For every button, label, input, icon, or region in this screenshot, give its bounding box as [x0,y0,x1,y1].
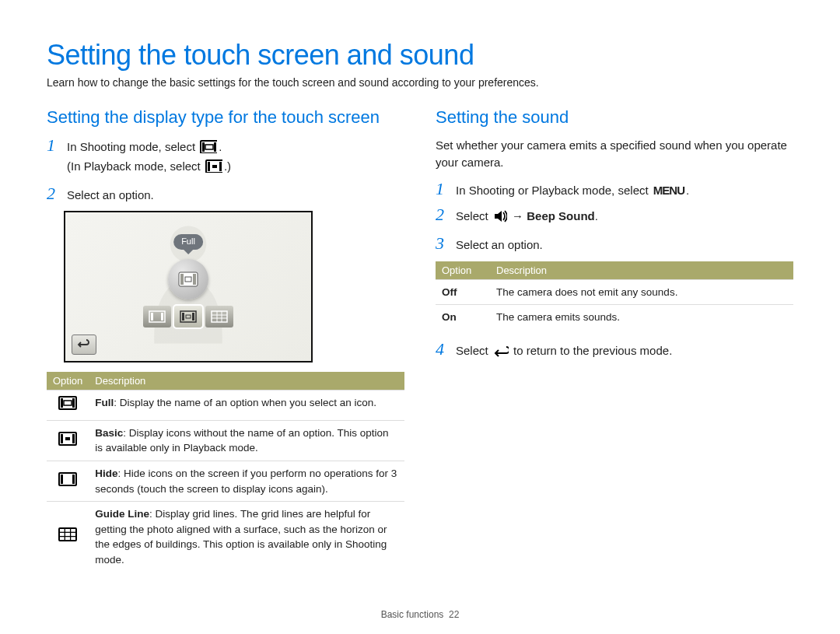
opt-desc-full: : Display the name of an option when you… [114,397,376,408]
right-step-2: 2 Select → Beep Sound. [436,206,793,227]
page-footer: Basic functions 22 [0,609,840,620]
step-number: 4 [436,341,450,358]
r-step2-arrow: → [512,209,527,222]
display-option-grid[interactable] [205,306,233,328]
display-option-bar [143,306,233,328]
bubble-label: Full [173,234,203,250]
svg-rect-18 [180,274,184,285]
opt-desc-basic: : Display icons without the name of an o… [95,427,388,454]
menu-icon: MENU [653,182,684,199]
r-step4-a: Select [456,344,492,357]
step1-text-c: .) [224,159,231,173]
svg-rect-23 [161,313,163,321]
page-title: Setting the touch screen and sound [47,39,793,72]
opt-name-hide: Hide [95,468,117,479]
footer-page: 22 [449,609,459,620]
svg-rect-25 [182,313,184,321]
speaker-icon [493,208,507,227]
table-row: On The camera emits sounds. [436,305,793,330]
r-step2-d: . [595,209,598,222]
r-step1-text: In Shooting or Playback mode, select [456,184,652,197]
th-option: Option [47,372,89,391]
r-step4-b: to return to the previous mode. [513,344,672,357]
right-step-1: 1 In Shooting or Playback mode, select M… [436,180,793,199]
svg-rect-28 [212,311,227,322]
camera-screen: Full [64,211,313,363]
display-basic-icon [58,431,77,451]
step1-text-a: In Shooting mode, select [67,140,198,153]
display-full-icon [58,395,77,415]
opt-name-guide: Guide Line [95,508,149,520]
r-step2-a: Select [456,209,492,222]
svg-rect-26 [192,313,194,321]
th-description: Description [89,372,404,391]
display-option-hide[interactable] [143,306,171,328]
right-step-3: 3 Select an option. [436,235,793,254]
display-full-icon [200,139,217,158]
right-column: Setting the sound Set whether your camer… [436,107,793,572]
display-option-full[interactable] [174,306,202,328]
th-description: Description [490,261,793,280]
svg-rect-19 [193,274,196,285]
opt-name-basic: Basic [95,427,123,439]
step1-text-b: (In Playback mode, select [67,159,204,173]
return-icon [493,345,509,362]
sound-intro: Set whether your camera emits a specifie… [436,137,793,171]
svg-rect-22 [151,313,153,321]
footer-section: Basic functions [381,609,444,620]
opt-name-full: Full [95,397,114,408]
step-number: 2 [47,185,61,202]
opt-desc-hide: : Hide icons on the screen if you perfor… [95,468,397,495]
display-hide-icon [58,471,77,492]
left-step-2: 2 Select an option. [47,185,404,204]
table-row: Full: Display the name of an option when… [47,391,404,421]
r-step3-text: Select an option. [456,235,543,254]
step-number: 1 [436,180,450,198]
display-options-table: Option Description Full: Display the nam… [47,372,404,572]
sound-heading: Setting the sound [436,107,793,128]
opt-desc-on: The camera emits sounds. [490,305,793,330]
table-row: Off The camera does not emit any sounds. [436,279,793,305]
opt-desc-off: The camera does not emit any sounds. [490,279,793,305]
right-step-4: 4 Select to return to the previous mode. [436,341,793,362]
display-heading: Setting the display type for the touch s… [47,107,404,128]
step-number: 3 [436,235,450,252]
step2-text: Select an option. [67,185,154,204]
table-row: Hide: Hide icons on the screen if you pe… [47,461,404,501]
display-grid-icon [58,527,77,547]
page-intro: Learn how to change the basic settings f… [47,76,793,89]
r-step2-c: Beep Sound [527,209,595,222]
display-full-icon [178,271,198,287]
step-number: 1 [47,137,61,154]
opt-name-on: On [436,305,490,330]
back-button[interactable] [72,335,96,355]
display-basic-icon [205,159,222,177]
table-row: Guide Line: Display grid lines. The grid… [47,502,404,573]
step-number: 2 [436,206,450,223]
svg-rect-27 [186,315,191,318]
table-row: Basic: Display icons without the name of… [47,420,404,461]
left-column: Setting the display type for the touch s… [47,107,404,572]
th-option: Option [436,261,490,280]
center-display-button[interactable] [168,259,208,299]
left-step-1: 1 In Shooting mode, select . (In Playbac… [47,137,404,177]
sound-options-table: Option Description Off The camera does n… [436,261,793,330]
opt-name-off: Off [436,279,490,305]
